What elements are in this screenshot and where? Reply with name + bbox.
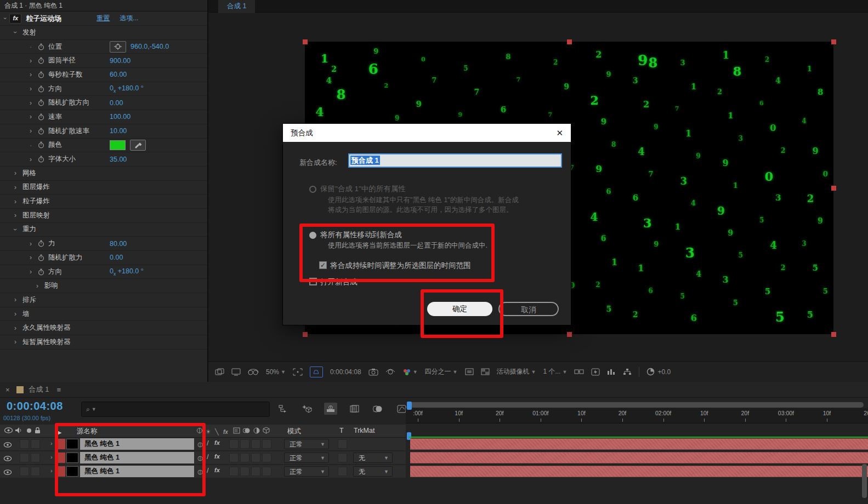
playhead-handle[interactable] <box>407 402 412 410</box>
layer-mode-select[interactable]: 正常▼ <box>284 439 329 449</box>
layer-duration-bar[interactable] <box>410 452 868 463</box>
effect-reset-link[interactable]: 重置 <box>97 14 110 23</box>
timeline-search-input[interactable]: ⌕ ▼ <box>81 402 270 417</box>
stopwatch-icon[interactable] <box>38 128 44 135</box>
timeline-vertical-scrollbar[interactable] <box>862 464 867 498</box>
ok-button[interactable]: 确定 <box>427 302 492 316</box>
layer-expander-icon[interactable]: › <box>50 440 53 446</box>
layer-switch-cell[interactable] <box>262 439 271 449</box>
effect-property-row[interactable]: ›随机扩散方向0.00 <box>0 96 207 110</box>
group-expander-icon[interactable]: › <box>12 198 19 205</box>
always-preview-icon[interactable] <box>215 368 224 376</box>
column-source-name[interactable]: 源名称 <box>77 427 98 436</box>
layer-duration-bar[interactable] <box>410 466 868 477</box>
effect-group-row[interactable]: ›重力 <box>0 223 207 237</box>
effect-options-link[interactable]: 选项... <box>120 14 138 23</box>
group-expander-icon[interactable]: › <box>12 310 19 318</box>
primary-viewer-icon[interactable] <box>231 368 241 376</box>
layer-switch-cell[interactable] <box>262 467 271 476</box>
property-value[interactable]: 900.00 <box>110 57 131 65</box>
group-expander-icon[interactable]: › <box>12 324 19 332</box>
layer-switch-cell[interactable] <box>240 453 249 462</box>
layer-name[interactable]: 黑色 纯色 1 <box>80 452 194 463</box>
effect-property-row[interactable]: ·位置960.0,-540.0 <box>0 40 207 54</box>
property-expander-icon[interactable]: › <box>27 156 34 163</box>
effect-property-row[interactable]: ›每秒粒子数60.00 <box>0 68 207 82</box>
layer-row[interactable]: ›黑色 纯色 1/fx正常▼ <box>0 438 406 450</box>
effect-group-row[interactable]: ›图层映射 <box>0 209 207 223</box>
resolution-select[interactable]: 四分之一▼ <box>425 367 458 376</box>
group-expander-icon[interactable]: › <box>34 282 41 290</box>
layer-fx-icon[interactable]: fx <box>214 439 220 446</box>
stopwatch-icon[interactable] <box>38 254 44 261</box>
layer-row[interactable]: ›黑色 纯色 1/fx正常▼无▼ <box>0 451 406 464</box>
show-snapshot-icon[interactable] <box>385 368 395 376</box>
layer-visibility-icon[interactable] <box>3 468 12 478</box>
effect-property-row[interactable]: ›方向0x +180.0 ° <box>0 82 207 96</box>
stopwatch-icon[interactable] <box>38 43 44 50</box>
exposure-control[interactable]: +0.0 <box>646 368 671 376</box>
effect-property-row[interactable]: ›随机扩散速率10.00 <box>0 124 207 139</box>
time-ruler[interactable]: :00f10f20f01:00f10f20f02:00f10f20f03:00f… <box>406 408 868 423</box>
timeline-tab-close-icon[interactable]: × <box>5 386 10 394</box>
stopwatch-icon[interactable] <box>38 85 44 93</box>
effect-group-row[interactable]: ›网格 <box>0 167 207 181</box>
transparency-grid-icon[interactable] <box>481 368 490 375</box>
layer-trkmat-select[interactable]: 无▼ <box>353 453 393 463</box>
layer-color-label[interactable] <box>58 453 65 463</box>
stopwatch-icon[interactable] <box>38 99 44 106</box>
stopwatch-icon[interactable] <box>38 156 44 163</box>
layer-expander-icon[interactable]: › <box>50 467 53 474</box>
magnification-select[interactable]: 50%▼ <box>266 368 286 376</box>
stopwatch-icon[interactable] <box>38 141 44 148</box>
pixel-aspect-icon[interactable] <box>574 368 584 375</box>
frame-blending-icon[interactable] <box>348 403 361 415</box>
effect-group-row[interactable]: ›图层爆炸 <box>0 181 207 195</box>
layer-quality-icon[interactable]: / <box>207 453 209 461</box>
property-value[interactable]: 80.00 <box>110 240 127 248</box>
layer-visibility-icon[interactable] <box>3 454 12 464</box>
fast-previews-icon[interactable] <box>591 368 600 376</box>
group-expander-icon[interactable]: › <box>12 169 19 177</box>
dialog-title-bar[interactable]: 预合成 ✕ <box>283 124 571 142</box>
effect-group-row[interactable]: ›永久属性映射器 <box>0 321 207 335</box>
layer-fx-icon[interactable]: fx <box>214 453 220 460</box>
property-value[interactable]: 35.00 <box>110 156 127 163</box>
layer-visibility-icon[interactable] <box>3 440 12 450</box>
layer-color-label[interactable] <box>58 439 65 449</box>
group-expander-icon[interactable]: › <box>12 296 19 303</box>
column-mode[interactable]: 模式 <box>287 427 301 436</box>
layer-switch-cell[interactable] <box>20 453 29 462</box>
column-t[interactable]: T <box>339 427 344 434</box>
color-swatch[interactable] <box>110 140 126 150</box>
open-new-comp-checkbox[interactable] <box>309 278 317 285</box>
layer-shy-icon[interactable] <box>197 468 203 478</box>
effect-property-row[interactable]: ›力80.00 <box>0 237 207 251</box>
effect-property-row[interactable]: ›速率100.00 <box>0 110 207 124</box>
stopwatch-icon[interactable] <box>38 71 44 78</box>
effect-expander-icon[interactable]: › <box>2 18 8 19</box>
hide-shy-layers-icon[interactable] <box>324 403 337 415</box>
layer-switch-cell[interactable] <box>31 439 40 449</box>
layer-t-cell[interactable] <box>338 439 347 449</box>
effect-property-row[interactable]: ›随机扩散力0.00 <box>0 251 207 265</box>
layer-t-cell[interactable] <box>338 467 347 476</box>
group-expander-icon[interactable]: › <box>12 211 19 219</box>
property-value[interactable]: 960.0,-540.0 <box>131 43 169 50</box>
effect-property-row[interactable]: ›字体大小35.00 <box>0 152 207 167</box>
timeline-tab-comp1[interactable]: 合成 1 <box>29 385 49 394</box>
layer-switch-cell[interactable] <box>251 467 260 476</box>
move-attributes-radio[interactable] <box>309 232 316 239</box>
property-expander-icon[interactable]: › <box>27 268 34 276</box>
layer-t-cell[interactable] <box>338 453 347 462</box>
new-comp-name-input[interactable]: 预合成 1 <box>348 153 562 168</box>
point-picker-button[interactable] <box>110 41 126 53</box>
effect-group-row[interactable]: ›影响 <box>0 279 207 293</box>
layer-switch-cell[interactable] <box>240 467 249 476</box>
effect-controls-tab[interactable]: 合成 1 · 黑色 纯色 1 <box>0 0 207 12</box>
layer-quality-icon[interactable]: / <box>207 466 209 474</box>
layer-fx-icon[interactable]: fx <box>214 467 220 473</box>
layer-switch-cell[interactable] <box>20 439 29 449</box>
flowchart-icon[interactable] <box>623 368 632 375</box>
3d-glasses-icon[interactable] <box>248 368 259 376</box>
